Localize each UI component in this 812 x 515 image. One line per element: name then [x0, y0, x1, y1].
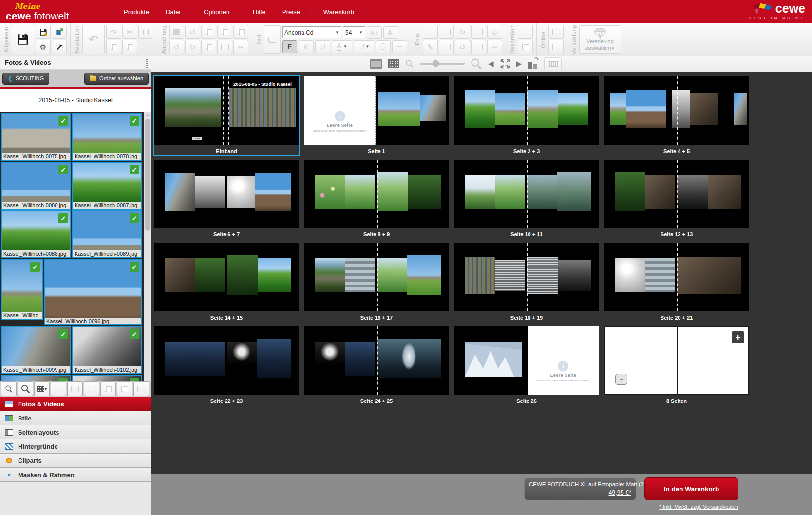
choose-folder-button[interactable]: Ordner auswählen — [84, 73, 149, 85]
rotate-photo-left-button[interactable]: ↺ — [455, 40, 470, 54]
menu-produkte[interactable]: Produkte — [124, 8, 149, 16]
font-color-button[interactable]: A▼ — [332, 40, 352, 53]
spread-cell[interactable]: +−8 Seiten — [604, 326, 749, 405]
next-spread-button[interactable]: ▶ — [516, 59, 522, 68]
spread-preview[interactable] — [304, 160, 449, 228]
swap-images-button[interactable] — [217, 25, 232, 39]
text-shape-button[interactable] — [376, 40, 391, 53]
category-stile[interactable]: Stile — [0, 411, 151, 425]
photo-frame-button[interactable] — [471, 25, 486, 39]
tax-note-link[interactable]: * Inkl. MwSt. zzgl. Versandkosten — [644, 504, 738, 510]
zoom-out-button[interactable] — [405, 59, 414, 68]
edit-photo-button[interactable]: ✎ — [423, 40, 438, 54]
photo-thumbnail[interactable]: ✓ — [72, 375, 142, 381]
settings-button[interactable]: ⚙ — [36, 40, 51, 54]
spread-cell[interactable]: Seite 14 + 15 — [154, 243, 299, 322]
thumbnails-smaller-button[interactable] — [1, 381, 17, 396]
photo-thumbnail[interactable]: ✓Kassel_Willihoch-0089.jpg — [72, 210, 142, 258]
insert-textbox-button[interactable] — [264, 25, 281, 54]
insert-photo-button[interactable] — [423, 25, 438, 39]
spread-cell[interactable]: Seite 18 + 19 — [454, 243, 599, 322]
grid-view-button[interactable] — [388, 59, 399, 68]
scouting-back-button[interactable]: ❮SCOUTING — [2, 73, 49, 85]
share-button[interactable] — [548, 25, 564, 39]
menu-datei[interactable]: Datei▼ — [166, 8, 187, 16]
send-backward-button[interactable] — [201, 40, 216, 54]
category-hintergruende[interactable]: Hintergründe — [0, 439, 151, 454]
scroll-up-icon[interactable]: ▲ — [144, 112, 151, 117]
overlay-button[interactable] — [518, 40, 533, 54]
rotate-right-button[interactable]: ↻ — [185, 40, 200, 54]
thumbnail-grid-options-button[interactable]: ▼ — [34, 381, 50, 396]
transfer-layout-button[interactable] — [233, 25, 248, 39]
assistant-button[interactable] — [52, 40, 67, 54]
zoom-in-button[interactable] — [471, 58, 482, 70]
delete-button[interactable] — [138, 25, 153, 39]
insert-page-button[interactable] — [133, 381, 149, 396]
remove-pages-button[interactable]: − — [615, 374, 627, 385]
photo-thumbnail[interactable]: ✓Kassel_Willihoch-0099.jpg — [1, 326, 71, 374]
menu-optionen[interactable]: Optionen▼ — [204, 8, 236, 16]
spread-preview[interactable] — [454, 160, 599, 228]
face-detect-button[interactable]: ☺ — [487, 25, 502, 39]
bold-button[interactable]: F — [282, 40, 297, 53]
category-fotos-videos[interactable]: Fotos & Videos — [0, 397, 151, 411]
thumbnails-larger-button[interactable] — [18, 381, 33, 396]
more-photo-button[interactable]: ••• — [487, 40, 502, 54]
copy-button[interactable] — [106, 40, 121, 54]
spread-preview[interactable] — [154, 326, 299, 395]
view-left-page-button[interactable] — [67, 381, 83, 396]
spread-cell[interactable]: Seite 10 + 11 — [454, 160, 599, 238]
spread-cell[interactable]: Seite 8 + 9 — [304, 160, 449, 238]
photo-thumbnail[interactable]: ✓Kassel_Willihoch-0096.jpg — [44, 259, 142, 325]
previous-spread-button[interactable]: ◀ — [488, 59, 494, 68]
rotate-left-button[interactable]: ↺ — [185, 25, 200, 39]
price-value[interactable]: 49,95 €* — [529, 489, 631, 496]
spread-cell[interactable]: Seite 20 + 21 — [604, 243, 749, 322]
spread-preview[interactable] — [604, 76, 749, 145]
flip-book-button[interactable] — [117, 381, 132, 396]
paste-button[interactable] — [122, 40, 137, 54]
photo-thumbnail[interactable]: ✓Kassel_Willihoch-0080.jpg — [1, 162, 71, 210]
category-cliparts[interactable]: Cliparts — [0, 454, 151, 468]
cut-button[interactable]: ✂ — [122, 25, 137, 39]
export-button[interactable] — [52, 25, 67, 39]
view-spread-button[interactable] — [51, 381, 66, 396]
spread-cell[interactable]: iLeere SeiteDiese Seite kann nicht bearb… — [454, 326, 599, 405]
font-larger-button[interactable]: A+ — [367, 26, 382, 39]
spread-preview[interactable] — [604, 160, 749, 228]
menu-hilfe[interactable]: Hilfe — [253, 8, 265, 16]
veredelung-select-button[interactable]: Veredelung auswählen▼ — [579, 25, 621, 54]
upload-button[interactable] — [548, 40, 564, 54]
save-button[interactable] — [12, 25, 34, 54]
spread-preview[interactable] — [154, 243, 299, 311]
save-as-button[interactable] — [36, 25, 51, 39]
spread-cell[interactable]: iLeere SeiteDiese Seite kann nicht bearb… — [304, 76, 449, 155]
remove-placeholder-button[interactable] — [217, 40, 232, 54]
spread-cell[interactable]: Seite 24 + 25 — [304, 326, 449, 405]
spread-preview[interactable]: iLeere SeiteDiese Seite kann nicht bearb… — [304, 76, 449, 145]
fullscreen-button[interactable] — [500, 58, 510, 69]
add-photo-button[interactable] — [439, 40, 454, 54]
single-page-view-button[interactable] — [370, 59, 382, 69]
view-both-pages-button[interactable] — [100, 381, 116, 396]
text-fill-button[interactable]: ▼ — [354, 40, 374, 53]
spread-cell[interactable]: Seite 2 + 3 — [454, 76, 599, 155]
remove-photo-button[interactable] — [439, 25, 454, 39]
category-masken-rahmen[interactable]: ♥Masken & Rahmen — [0, 468, 151, 482]
zoom-slider-thumb[interactable] — [433, 60, 439, 67]
add-to-cart-button[interactable]: In den Warenkorb — [644, 477, 738, 500]
more-text-button[interactable]: ••• — [392, 40, 407, 53]
spread-cell[interactable]: Seite 6 + 7 — [154, 160, 299, 238]
spread-cell[interactable]: Seite 12 + 13 — [604, 160, 749, 238]
photo-thumbnail[interactable]: ✓Kassel_Willihoch-0078.jpg — [72, 113, 142, 161]
font-size-select[interactable]: 54▼ — [343, 26, 365, 38]
rearrange-pages-button[interactable]: ↷ — [528, 59, 538, 69]
spread-preview[interactable] — [454, 243, 599, 311]
photo-thumbnail[interactable]: ✓Kassel_Willihoch-0087.jpg — [72, 162, 142, 210]
font-family-select[interactable]: Ancona Cd▼ — [282, 26, 341, 38]
spread-preview[interactable]: 2015-08-05 - Studio KasselCEWE — [154, 76, 299, 145]
crop-photo-button[interactable] — [471, 40, 486, 54]
undo-button[interactable]: ↶ — [82, 25, 105, 54]
spread-preview[interactable]: iLeere SeiteDiese Seite kann nicht bearb… — [454, 326, 599, 395]
